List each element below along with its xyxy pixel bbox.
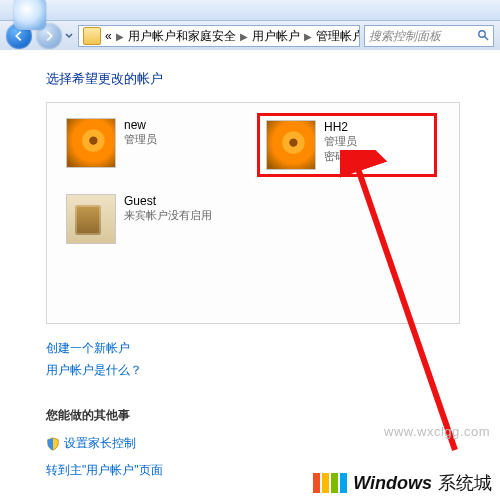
breadcrumb-separator: ▶ [116,31,124,42]
address-bar[interactable]: « ▶ 用户帐户和家庭安全 ▶ 用户帐户 ▶ 管理帐户 [78,25,360,47]
svg-line-1 [485,36,488,39]
breadcrumb-item[interactable]: 用户帐户和家庭安全 [128,28,236,45]
breadcrumb-prefix: « [105,29,112,43]
nav-history-dropdown[interactable] [64,23,74,49]
other-tasks-heading: 您能做的其他事 [46,407,460,424]
flag-stripe [322,473,329,493]
what-is-account-link[interactable]: 用户帐户是什么？ [46,362,460,379]
account-name: Guest [124,194,212,208]
search-input[interactable]: 搜索控制面板 [364,25,494,47]
account-name: new [124,118,157,132]
folder-icon [83,27,101,45]
window-titlebar [0,0,500,21]
account-status: 来宾帐户没有启用 [124,208,212,223]
shield-icon [46,437,60,451]
flag-stripe [313,473,320,493]
brand-flag-icon [313,473,347,493]
account-name: HH2 [324,120,368,134]
accounts-panel: new 管理员 HH2 管理员 密码保护 [46,102,460,324]
account-avatar [66,118,116,168]
breadcrumb-separator: ▶ [240,31,248,42]
brand-suffix: 系统城 [438,471,492,495]
account-password-status: 密码保护 [324,149,368,164]
flag-stripe [340,473,347,493]
svg-point-0 [479,30,485,36]
flag-stripe [331,473,338,493]
account-tile-hh2[interactable]: HH2 管理员 密码保护 [257,113,437,177]
brand-text: Windows [353,473,432,494]
navigation-bar: « ▶ 用户帐户和家庭安全 ▶ 用户帐户 ▶ 管理帐户 搜索控制面板 [0,21,500,52]
breadcrumb-separator: ▶ [304,31,312,42]
task-links: 创建一个新帐户 用户帐户是什么？ [46,340,460,379]
breadcrumb-item[interactable]: 管理帐户 [316,28,360,45]
search-placeholder: 搜索控制面板 [369,28,441,45]
brand-badge: Windows系统城 [313,471,492,495]
page-heading: 选择希望更改的帐户 [46,70,460,88]
account-avatar [266,120,316,170]
parental-controls-link[interactable]: 设置家长控制 [64,435,136,452]
account-role: 管理员 [124,132,157,147]
account-tile-new[interactable]: new 管理员 [59,113,239,177]
search-icon [477,29,489,44]
account-tile-guest[interactable]: Guest 来宾帐户没有启用 [59,189,239,249]
app-icon [14,0,46,30]
breadcrumb-item[interactable]: 用户帐户 [252,28,300,45]
content-area: 选择希望更改的帐户 new 管理员 HH2 [0,50,500,501]
create-account-link[interactable]: 创建一个新帐户 [46,340,460,357]
account-role: 管理员 [324,134,368,149]
watermark-text: www.wxclgg.com [384,424,490,439]
account-avatar [66,194,116,244]
